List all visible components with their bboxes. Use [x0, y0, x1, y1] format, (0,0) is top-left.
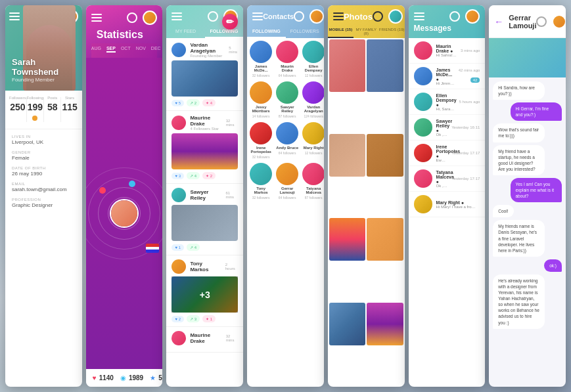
feed-item-2: Maurine Drake 4 Followers Star 32 mins ♥… — [166, 111, 243, 184]
chat-search-icon[interactable] — [536, 16, 547, 27]
msg-meta-irene: Yesterday 17:17 — [451, 151, 480, 155]
month-aug[interactable]: AUG — [91, 46, 101, 53]
contact-sawyer[interactable]: Sawyer Reiley 87 followers — [276, 81, 298, 118]
feed-item-1: Vardan Aragelyan Founding Member 5 mins … — [166, 38, 243, 111]
month-nov[interactable]: NOV — [136, 46, 146, 53]
contact-tony[interactable]: Tony Markos 32 followers — [250, 163, 272, 200]
contact-maurin[interactable]: Maurin Drake 64 followers — [276, 41, 298, 77]
msg-irene[interactable]: Irene Portopolas ● Ewwwddd:((((((((((( Y… — [409, 141, 486, 166]
dob-row: DATE OF BIRTH 26 may 1990 — [12, 166, 76, 177]
like-button-4[interactable]: ♥ 2 — [171, 316, 184, 322]
tab-following[interactable]: FOLLOWING — [247, 26, 285, 38]
stats-top-bar — [91, 11, 158, 25]
screens-container: Sarah Townshend Founding Member Follower… — [0, 0, 571, 392]
contacts-row-3: Irene Portopolas 32 followers Andy Bruce… — [250, 122, 321, 159]
tab-my-family[interactable]: MY FAMILY (8) — [354, 25, 379, 38]
share-button-4[interactable]: ↗ 3 — [187, 315, 200, 322]
comment-button-1[interactable]: ✦ 4 — [202, 99, 216, 106]
contact-avatar-tatyana — [302, 163, 324, 185]
tab-following[interactable]: FOLLOWING — [205, 26, 243, 38]
fab-create-button[interactable]: ✏ — [222, 14, 238, 30]
contacts-avatar[interactable] — [309, 9, 324, 24]
msg-avatar-sawyer — [414, 118, 432, 137]
photo-girl[interactable] — [329, 39, 365, 92]
feed-item-avatar-1 — [171, 43, 186, 57]
contact-ellen[interactable]: Ellen Dempsey 12 followers — [302, 41, 324, 77]
chat-back-button[interactable]: ← — [494, 16, 503, 27]
photos-header-icons — [373, 9, 403, 24]
photo-food[interactable] — [367, 218, 403, 261]
msg-ellen[interactable]: Ellen Dempsey ● Hi, Sarah! I'm free now!… — [409, 89, 486, 115]
msg-content-irene: Irene Portopolas ● Ewwwddd:((((((((((( — [436, 144, 448, 162]
messages-avatar[interactable] — [465, 9, 480, 24]
photo-mountain[interactable] — [329, 303, 365, 345]
share-button-1[interactable]: ↗ 2 — [187, 99, 200, 106]
month-sep[interactable]: SEP — [106, 46, 116, 53]
msg-sawyer[interactable]: Sawyer Reiley ● Ok , Sarah! Dave had see… — [409, 115, 486, 141]
like-button-2[interactable]: ♥ 3 — [171, 173, 184, 179]
contact-avatar-tony — [250, 163, 272, 185]
share-button-2[interactable]: ↗ 4 — [187, 172, 200, 179]
photo-flower[interactable] — [367, 303, 403, 345]
contacts-search-icon[interactable] — [294, 11, 304, 22]
contacts-title: Contacts — [263, 12, 294, 20]
photos-menu-icon[interactable] — [333, 12, 344, 20]
contact-andy[interactable]: Andy Bruce 64 followers — [276, 122, 298, 159]
photos-avatar[interactable] — [388, 9, 403, 24]
msg-tatyana[interactable]: Tatyana Malceva ● Ok , Sarah! Dave had s… — [409, 166, 486, 192]
messages-search-icon[interactable] — [449, 11, 460, 22]
feed-item-4: Tony Markos 2 hours +3 ♥ 2 ↗ 3 ✦ 1 — [166, 255, 243, 327]
feed-item-5: Maurine Drake 32 mins — [166, 327, 243, 353]
chat-msg-7: My friends name is Danis Sessyan, he's a… — [493, 220, 545, 256]
stats-search-icon[interactable] — [127, 12, 137, 23]
feed-search-icon[interactable] — [208, 11, 218, 22]
stats-avatar[interactable] — [143, 11, 157, 25]
month-oct[interactable]: OCT — [121, 46, 131, 53]
stats-header-icons — [127, 11, 157, 25]
photo-london[interactable] — [367, 39, 403, 92]
like-button-3[interactable]: ♥ 1 — [171, 244, 184, 251]
stats-menu-icon[interactable] — [91, 14, 102, 22]
photos-search-icon[interactable] — [373, 11, 383, 22]
comment-button-4[interactable]: ✦ 1 — [202, 315, 216, 322]
contact-gerrar[interactable]: Gerrar Lamouji 64 followers — [276, 163, 298, 200]
contact-tatyana[interactable]: Tatyana Malceva 87 followers — [302, 163, 324, 200]
messages-menu-icon[interactable] — [414, 12, 424, 20]
contacts-top-bar: Contacts — [252, 9, 319, 24]
contact-irene[interactable]: Irene Portopolas 32 followers — [250, 122, 272, 159]
msg-mary[interactable]: Mary Right ● Hi Mary! I have a frozen mo… — [409, 192, 486, 217]
month-dec[interactable]: DEC — [151, 46, 161, 53]
menu-icon[interactable] — [9, 12, 20, 20]
tab-followers[interactable]: FOLLOWERS — [286, 26, 324, 38]
contact-james[interactable]: James McDe... 32 followers — [250, 41, 272, 77]
msg-avatar-mary — [414, 195, 432, 213]
photo-dog[interactable] — [329, 134, 365, 177]
feed-menu-icon[interactable] — [171, 12, 182, 20]
contact-vardan[interactable]: Vardan Aragelyan 124 followers — [302, 81, 324, 118]
comment-button-2[interactable]: ✦ 2 — [202, 172, 216, 179]
chat-avatar[interactable] — [552, 14, 566, 29]
chat-screen: ← Gerrar Lamouji Hi Sandra, how are you?… — [489, 5, 566, 387]
stats-header-area: Statistics AUG SEP OCT NOV DEC — [86, 5, 163, 58]
msg-james[interactable]: James McDe... ● Hi Jimmy! Thanks for sen… — [409, 64, 486, 89]
msg-avatar-james — [414, 67, 432, 85]
photo-crowd[interactable] — [367, 134, 403, 177]
statistics-title: Statistics — [91, 29, 158, 43]
feed-item-header-1: Vardan Aragelyan Founding Member 5 mins — [171, 42, 238, 58]
msg-maurin[interactable]: Maurin Drake ● Hi Sahra! I'm free now! 3… — [409, 38, 486, 64]
like-button-1[interactable]: ♥ 5 — [171, 100, 184, 106]
profile-name-area: Sarah Townshend Founding Member — [12, 57, 82, 83]
chat-msg-6: Cool! — [493, 205, 513, 217]
share-button-3[interactable]: ↗ 4 — [187, 244, 200, 251]
feed-image-2 — [171, 133, 238, 169]
tab-mobile[interactable]: MOBILE (15) — [328, 25, 354, 38]
contact-jessy[interactable]: Jessy Mkirtbars 14 followers — [250, 81, 272, 118]
photo-sunset[interactable] — [329, 218, 365, 261]
stats-chart — [86, 58, 163, 369]
tab-friends[interactable]: FRIENDS (19) — [379, 25, 405, 38]
contacts-menu-icon[interactable] — [252, 12, 263, 20]
contact-mary[interactable]: Mary Right 12 followers — [302, 122, 324, 159]
tab-my-feed[interactable]: MY FEED — [166, 26, 204, 38]
contact-avatar-mary — [302, 122, 324, 144]
eyes-count: ◉ 1989 — [120, 374, 143, 381]
